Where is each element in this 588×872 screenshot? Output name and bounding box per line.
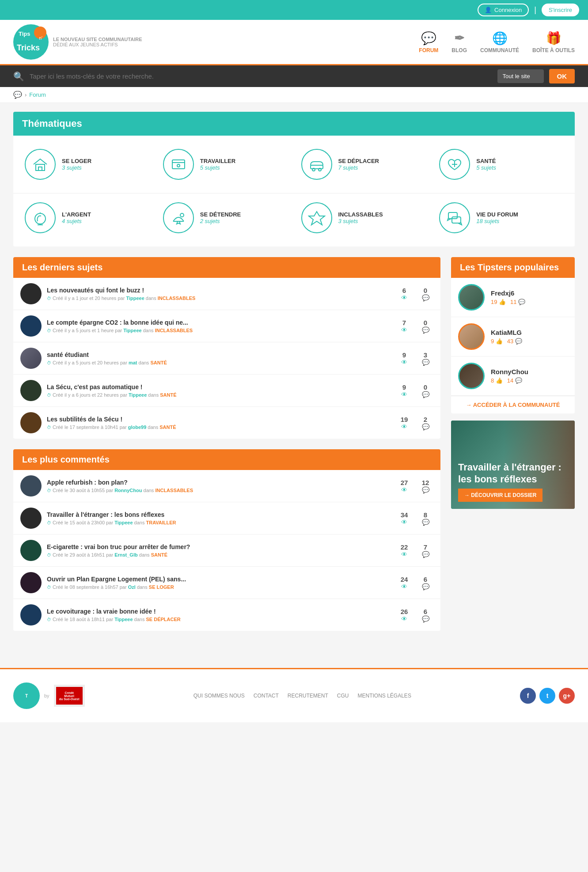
subject-stats: 19 👁: [396, 416, 412, 430]
search-scope-select[interactable]: Tout le site: [497, 69, 544, 83]
search-bar: 🔍 Tout le site OK: [0, 65, 588, 87]
nav-forum[interactable]: 💬 FORUM: [419, 31, 438, 53]
subject-title[interactable]: Travailler à l'étranger : les bons réfle…: [47, 511, 391, 518]
logo[interactable]: Tips n' Tricks: [13, 24, 49, 60]
subject-content: La Sécu, c'est pas automatique ! ⏱ Créé …: [47, 383, 391, 398]
tipster-name[interactable]: Fredxj6: [491, 289, 525, 297]
tipsters-header: Les Tipsters populaires: [451, 257, 575, 278]
dossier-title: Travailler à l'étranger : les bons réfle…: [458, 462, 568, 485]
subject-title[interactable]: Ouvrir un Plan Epargne Logement (PEL) sa…: [47, 576, 391, 583]
subject-content: Travailler à l'étranger : les bons réfle…: [47, 511, 391, 525]
subject-meta: ⏱ Créé le 08 septembre à 16h57 par Ozl d…: [47, 584, 391, 590]
subject-comments: 0 💬: [417, 383, 433, 398]
eye-icon: 👁: [401, 486, 407, 493]
googleplus-button[interactable]: g+: [559, 688, 575, 704]
thematique-travailler[interactable]: TRAVAILLER 5 sujets: [156, 144, 294, 184]
nav-communaute[interactable]: 🌐 COMMUNAUTÉ: [480, 31, 519, 53]
nav-blog[interactable]: ✒ BLOG: [451, 31, 467, 53]
plus-commentes-title: Les plus commentés: [22, 455, 432, 465]
tipster-avatar: [458, 363, 485, 389]
tipster-name[interactable]: RonnyChou: [491, 368, 528, 375]
dossier-link[interactable]: → DÉCOUVRIR LE DOSSIER: [458, 489, 542, 502]
subject-content: Le compte épargne CO2 : la bonne idée qu…: [47, 319, 391, 333]
thematique-se-deplacer[interactable]: SE DÉPLACER 7 sujets: [294, 144, 432, 184]
eye-icon: 👁: [401, 423, 407, 430]
subject-item: Les subtilités de la Sécu ! ⏱ Créé le 17…: [13, 407, 440, 439]
comment-icon: 💬: [422, 486, 429, 493]
connexion-button[interactable]: 👤 Connexion: [478, 4, 529, 16]
subject-title[interactable]: La Sécu, c'est pas automatique !: [47, 383, 391, 391]
subject-item: Ouvrir un Plan Epargne Logement (PEL) sa…: [13, 567, 440, 599]
thematique-inclassables[interactable]: INCLASSABLES 3 sujets: [294, 198, 432, 238]
subject-title[interactable]: E-cigarette : vrai bon truc pour arrêter…: [47, 543, 391, 550]
search-ok-button[interactable]: OK: [549, 69, 575, 83]
se-loger-icon: [25, 149, 56, 180]
subject-item: Le compte épargne CO2 : la bonne idée qu…: [13, 310, 440, 342]
sinscrire-button[interactable]: S'inscrire: [542, 4, 579, 16]
subject-title[interactable]: Les nouveautés qui font le buzz !: [47, 287, 391, 294]
derniers-sujets-header: Les derniers sujets: [13, 257, 440, 278]
nav-boite[interactable]: 🎁 BOÎTE À OUTILS: [532, 31, 575, 53]
thematique-argent[interactable]: L'ARGENT 4 sujets: [18, 198, 156, 238]
tipsters-section: Les Tipsters populaires Fredxj6 19 👍: [451, 257, 575, 413]
subject-item: La Sécu, c'est pas automatique ! ⏱ Créé …: [13, 375, 440, 407]
subject-content: E-cigarette : vrai bon truc pour arrêter…: [47, 543, 391, 557]
comment-icon: 💬: [422, 615, 429, 622]
user-icon: 👤: [485, 7, 492, 13]
top-bar: 👤 Connexion | S'inscrire: [0, 0, 588, 20]
svg-rect-1: [38, 167, 42, 171]
clock-icon: ⏱: [47, 296, 51, 301]
thematique-sante[interactable]: SANTÉ 5 sujets: [432, 144, 570, 184]
subject-title[interactable]: Le covoiturage : la vraie bonne idée !: [47, 608, 391, 615]
subject-title[interactable]: Apple refurbish : bon plan?: [47, 479, 391, 486]
footer-mentions-legales[interactable]: MENTIONS LÉGALES: [358, 693, 411, 699]
subject-meta: ⏱ Créé le 17 septembre à 10h41 par globe…: [47, 425, 391, 430]
search-input[interactable]: [30, 72, 492, 80]
thematique-se-loger[interactable]: SE LOGER 3 sujets: [18, 144, 156, 184]
acceder-communaute-button[interactable]: → ACCÉDER À LA COMMUNAUTÉ: [451, 396, 575, 413]
tipster-name[interactable]: KatiaMLG: [491, 329, 522, 336]
eye-icon: 👁: [401, 359, 407, 366]
footer-nav: QUI SOMMES NOUS CONTACT RECRUTEMENT CGU …: [193, 693, 411, 699]
svg-rect-5: [311, 165, 323, 169]
subject-avatar: [20, 283, 42, 304]
subject-stats: 34 👁: [396, 511, 412, 526]
breadcrumb-separator: ›: [25, 91, 27, 98]
argent-icon: [25, 202, 56, 233]
search-icon: 🔍: [13, 71, 24, 82]
comment-icon: 💬: [422, 583, 429, 590]
like-count: 9 👍: [491, 338, 503, 345]
thematique-vie-du-forum[interactable]: VIE DU FORUM 18 sujets: [432, 198, 570, 238]
comment-count: 11 💬: [510, 299, 525, 305]
subject-stats: 6 👁: [396, 287, 412, 301]
subject-title[interactable]: santé étudiant: [47, 351, 391, 358]
comment-icon: 💬: [422, 551, 429, 558]
twitter-button[interactable]: t: [539, 688, 555, 704]
svg-point-4: [177, 164, 180, 167]
subject-avatar: [20, 380, 42, 401]
subject-title[interactable]: Le compte épargne CO2 : la bonne idée qu…: [47, 319, 391, 326]
two-col-layout: Les derniers sujets Les nouveautés qui f…: [13, 257, 575, 641]
comment-icon: 💬: [422, 294, 429, 301]
footer-recrutement[interactable]: RECRUTEMENT: [288, 693, 328, 699]
subject-content: Ouvrir un Plan Epargne Logement (PEL) sa…: [47, 576, 391, 590]
thematiques-row2: L'ARGENT 4 sujets SE DÉTENDRE 2 sujets: [13, 193, 575, 246]
subject-item: santé étudiant ⏱ Créé il y a 5 jours et …: [13, 342, 440, 375]
thematique-se-detendre[interactable]: SE DÉTENDRE 2 sujets: [156, 198, 294, 238]
footer-cgu[interactable]: CGU: [337, 693, 349, 699]
tipsters-list: Fredxj6 19 👍 11 💬: [451, 278, 575, 413]
dossier-text: Travailler à l'étranger : les bons réfle…: [451, 455, 575, 509]
footer-contact[interactable]: CONTACT: [254, 693, 279, 699]
facebook-button[interactable]: f: [520, 688, 536, 704]
subject-title[interactable]: Les subtilités de la Sécu !: [47, 416, 391, 423]
subject-content: Apple refurbish : bon plan? ⏱ Créé le 30…: [47, 479, 391, 493]
footer-qui-sommes-nous[interactable]: QUI SOMMES NOUS: [193, 693, 245, 699]
clock-icon: ⏱: [47, 393, 51, 398]
subject-stats: 9 👁: [396, 383, 412, 398]
comment-icon: 💬: [422, 423, 429, 430]
subject-avatar: [20, 540, 42, 561]
travailler-info: TRAVAILLER 5 sujets: [200, 158, 235, 171]
subject-stats: 26 👁: [396, 608, 412, 622]
derniers-sujets-section: Les derniers sujets Les nouveautés qui f…: [13, 257, 440, 439]
breadcrumb-forum-link[interactable]: Forum: [29, 91, 46, 98]
